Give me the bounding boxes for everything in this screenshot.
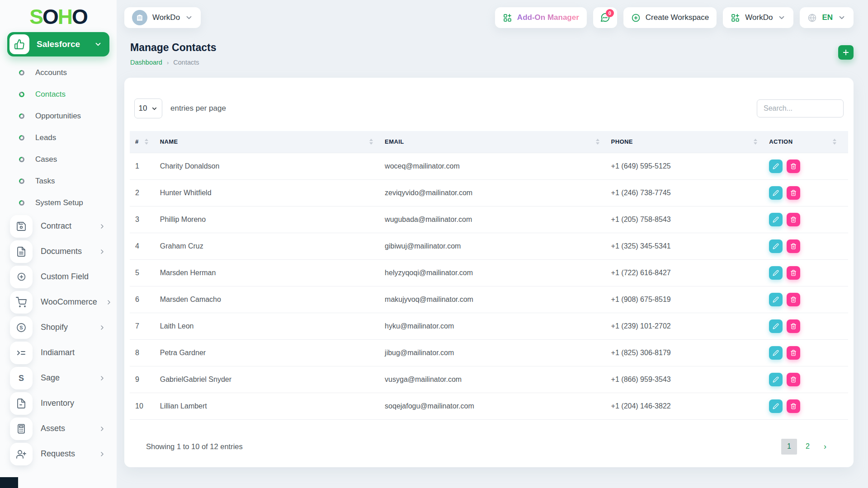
trash-icon: [790, 243, 797, 249]
sidebar-item-leads[interactable]: Leads: [0, 127, 117, 149]
delete-button[interactable]: [787, 266, 800, 280]
sidebar-module-indiamart[interactable]: Indiamart: [0, 340, 117, 366]
sidebar-item-system-setup[interactable]: System Setup: [0, 192, 117, 214]
pencil-icon: [773, 190, 779, 196]
sidebar-item-label: Contacts: [35, 90, 66, 99]
sidebar-module-shopify[interactable]: SShopify: [0, 315, 117, 340]
search-input[interactable]: [757, 99, 844, 117]
column-header-phone[interactable]: PHONE: [611, 131, 769, 153]
messenger-button[interactable]: 0: [593, 7, 617, 28]
next-page-button[interactable]: ›: [818, 439, 832, 455]
trash-icon: [790, 163, 797, 169]
edit-button[interactable]: [769, 373, 783, 386]
edit-button[interactable]: [769, 293, 783, 306]
chevron-right-icon: [99, 223, 106, 230]
cell-actions: [769, 233, 848, 259]
page-button-2[interactable]: 2: [800, 439, 816, 455]
sidebar-module-requests[interactable]: Requests: [0, 441, 117, 467]
add-on-manager-button[interactable]: Add-On Manager: [495, 7, 587, 28]
sort-icon[interactable]: [145, 139, 148, 145]
cell-num: 5: [130, 259, 160, 286]
edit-button[interactable]: [769, 346, 783, 360]
grid-plus-icon: [731, 13, 740, 23]
edit-button[interactable]: [769, 160, 783, 173]
edit-button[interactable]: [769, 239, 783, 253]
main-content: WorkDo Add-On Manager 0 Create Workspace…: [117, 0, 868, 467]
sidebar-item-accounts[interactable]: Accounts: [0, 62, 117, 84]
sidebar-item-cases[interactable]: Cases: [0, 149, 117, 170]
edit-button[interactable]: [769, 319, 783, 333]
column-header-num[interactable]: #: [130, 131, 160, 153]
sort-icon[interactable]: [754, 139, 757, 145]
building-icon: [132, 10, 147, 25]
cell-phone: +1 (246) 738-7745: [611, 179, 769, 206]
sort-icon[interactable]: [369, 139, 373, 145]
cell-email: woceq@mailinator.com: [385, 153, 611, 179]
sidebar-module-label: Shopify: [41, 323, 90, 332]
cell-name: Phillip Moreno: [160, 206, 385, 233]
delete-button[interactable]: [787, 293, 800, 306]
sidebar-item-contacts[interactable]: Contacts: [0, 84, 117, 105]
sidebar-module-custom-field[interactable]: Custom Field: [0, 264, 117, 290]
delete-button[interactable]: [787, 373, 800, 386]
bullet-icon: [19, 200, 24, 206]
breadcrumb-dashboard-link[interactable]: Dashboard: [130, 59, 162, 66]
sidebar-module-assets[interactable]: Assets: [0, 416, 117, 441]
column-header-email[interactable]: EMAIL: [385, 131, 611, 153]
sidebar-item-opportunities[interactable]: Opportunities: [0, 105, 117, 127]
delete-button[interactable]: [787, 160, 800, 173]
edit-button[interactable]: [769, 186, 783, 200]
grid-plus-icon: [503, 13, 512, 23]
create-workspace-label: Create Workspace: [646, 13, 709, 22]
edit-button[interactable]: [769, 399, 783, 413]
delete-button[interactable]: [787, 186, 800, 200]
cell-actions: [769, 339, 848, 366]
pencil-icon: [773, 163, 779, 169]
cell-phone: +1 (866) 959-3543: [611, 366, 769, 393]
add-contact-button[interactable]: [838, 45, 854, 60]
delete-button[interactable]: [787, 239, 800, 253]
sidebar-module-contract[interactable]: Contract: [0, 214, 117, 239]
table-row: 3Phillip Morenowugubada@mailinator.com+1…: [130, 206, 848, 233]
user-plus-icon: [10, 443, 33, 465]
create-workspace-button[interactable]: Create Workspace: [623, 7, 717, 28]
delete-button[interactable]: [787, 346, 800, 360]
workspace-switcher[interactable]: WorkDo: [124, 7, 201, 28]
chevron-down-icon: [838, 14, 846, 22]
svg-text:S: S: [19, 325, 23, 330]
trash-icon: [790, 376, 797, 383]
sidebar-module-label: Requests: [41, 449, 90, 459]
sidebar-module-sage[interactable]: SSage: [0, 366, 117, 391]
delete-button[interactable]: [787, 399, 800, 413]
sort-icon[interactable]: [596, 139, 599, 145]
trash-icon: [790, 190, 797, 196]
cell-phone: +1 (325) 345-5341: [611, 233, 769, 259]
sort-icon[interactable]: [833, 139, 836, 145]
sidebar-module-documents[interactable]: Documents: [0, 239, 117, 264]
workdo-menu-button[interactable]: WorkDo: [723, 7, 793, 28]
chevron-down-icon: [185, 14, 193, 22]
language-selector[interactable]: EN: [800, 7, 854, 28]
entries-per-page-select[interactable]: 10: [134, 99, 162, 118]
cell-actions: [769, 366, 848, 393]
bullet-icon: [19, 113, 24, 119]
breadcrumb-separator: ›: [167, 59, 169, 66]
sidebar-module-woocommerce[interactable]: WooCommerce: [0, 290, 117, 315]
page-button-1[interactable]: 1: [781, 439, 797, 455]
cell-email: vusyga@mailinator.com: [385, 366, 611, 393]
column-header-action[interactable]: ACTION: [769, 131, 848, 153]
salesforce-menu-button[interactable]: Salesforce: [7, 32, 109, 56]
edit-button[interactable]: [769, 266, 783, 280]
cell-num: 3: [130, 206, 160, 233]
delete-button[interactable]: [787, 319, 800, 333]
sidebar-item-tasks[interactable]: Tasks: [0, 170, 117, 192]
cell-name: Graham Cruz: [160, 233, 385, 259]
chevron-down-icon: [94, 40, 102, 48]
column-header-name[interactable]: NAME: [160, 131, 385, 153]
edit-button[interactable]: [769, 213, 783, 226]
sidebar-module-inventory[interactable]: Inventory: [0, 391, 117, 416]
delete-button[interactable]: [787, 213, 800, 226]
table-row: 8Petra Gardnerjibug@mailinator.com+1 (82…: [130, 339, 848, 366]
cart-icon: [10, 291, 33, 314]
table-row: 6Marsden Camachomakujyvoq@mailinator.com…: [130, 286, 848, 313]
